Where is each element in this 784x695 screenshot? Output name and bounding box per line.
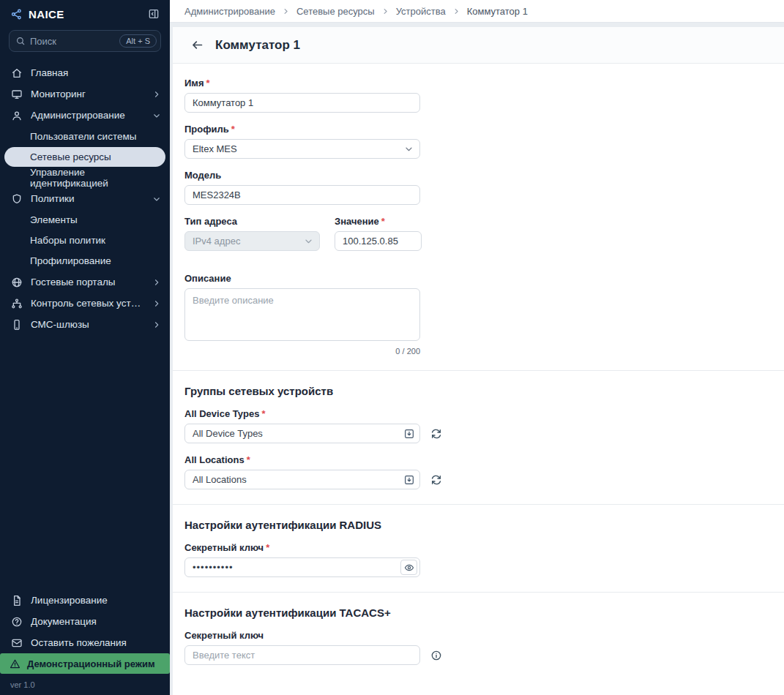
locations-field: All Locations * All Locations — [184, 454, 772, 489]
warning-icon — [10, 658, 20, 669]
description-counter: 0 / 200 — [184, 347, 420, 356]
version-label: ver 1.0 — [0, 674, 170, 695]
search-input[interactable] — [30, 36, 115, 47]
model-input[interactable] — [184, 185, 420, 205]
sidebar-item-label: Оставить пожелания — [31, 637, 127, 648]
locations-picker[interactable]: All Locations — [184, 470, 420, 489]
tacacs-section: Настройки аутентификации TACACS+ Секретн… — [173, 593, 784, 680]
sidebar-subitem-label: Пользователи системы — [30, 131, 136, 142]
device-groups-section: Группы сетевых устройств All Device Type… — [173, 371, 784, 505]
address-type-field: Тип адреса IPv4 адрес — [184, 216, 320, 251]
docs-icon — [10, 616, 23, 628]
sidebar-item-licensing[interactable]: Лицензирование — [0, 590, 170, 611]
sidebar-item-home[interactable]: Главная — [0, 62, 170, 83]
tacacs-secret-field: Секретный ключ — [184, 630, 772, 665]
collapse-sidebar-button[interactable] — [146, 7, 161, 21]
demo-mode-badge[interactable]: Демонстрационный режим — [0, 653, 170, 674]
eye-icon — [404, 563, 414, 573]
app-logo[interactable]: NAICE — [10, 8, 64, 20]
sidebar-item-administration[interactable]: Администрирование — [0, 105, 170, 126]
profile-select-value: Eltex MES — [193, 143, 237, 154]
label-text: Секретный ключ — [184, 542, 264, 553]
sidebar-item-policies[interactable]: Политики — [0, 188, 170, 209]
address-value-label: Значение * — [335, 216, 422, 227]
search-icon — [15, 36, 26, 46]
address-value-input[interactable] — [335, 231, 422, 251]
tacacs-heading: Настройки аутентификации TACACS+ — [184, 606, 772, 619]
locations-label: All Locations * — [184, 454, 772, 465]
sidebar-item-feedback[interactable]: Оставить пожелания — [0, 632, 170, 653]
home-icon — [10, 67, 23, 79]
locations-picker-value: All Locations — [193, 474, 247, 485]
sidebar-item-label: Главная — [31, 67, 68, 78]
chevron-right-icon — [152, 278, 161, 287]
radius-secret-label: Секретный ключ * — [184, 542, 772, 553]
chevron-right-icon — [452, 7, 460, 15]
sidebar-item-guest-portals[interactable]: Гостевые порталы — [0, 271, 170, 293]
profile-select[interactable]: Eltex MES — [184, 139, 420, 159]
name-field: Имя * — [184, 78, 772, 113]
sidebar-subitem-label: Элементы — [30, 214, 78, 225]
chevron-down-icon — [304, 236, 313, 246]
toggle-password-visibility-button[interactable] — [400, 560, 417, 575]
open-picker-icon[interactable] — [403, 474, 415, 486]
address-value-field: Значение * — [335, 216, 422, 262]
tacacs-secret-input[interactable] — [184, 645, 420, 665]
chevron-right-icon — [152, 299, 161, 308]
device-types-label: All Device Types * — [184, 408, 772, 419]
sidebar-item-policy-sets[interactable]: Наборы политик — [4, 230, 165, 250]
info-icon[interactable] — [430, 650, 442, 661]
chevron-down-icon — [404, 144, 414, 154]
sidebar-subitem-label: Наборы политик — [30, 235, 105, 246]
app-name: NAICE — [29, 8, 64, 20]
radius-secret-field: Секретный ключ * — [184, 542, 772, 577]
profile-label: Профиль * — [184, 124, 772, 135]
label-text: All Locations — [184, 454, 244, 465]
refresh-locations-button[interactable] — [430, 474, 442, 486]
required-mark: * — [381, 216, 385, 227]
sidebar-item-elements[interactable]: Элементы — [4, 210, 165, 230]
label-text: Секретный ключ — [184, 630, 264, 641]
required-mark: * — [247, 454, 250, 465]
chevron-down-icon — [152, 195, 161, 203]
content-card: Коммутатор 1 Имя * Профиль * — [173, 27, 784, 695]
refresh-device-types-button[interactable] — [430, 428, 442, 440]
breadcrumb-item[interactable]: Администрирование — [184, 6, 275, 17]
label-text: Тип адреса — [184, 216, 237, 227]
radius-secret-input[interactable] — [184, 557, 420, 577]
chevron-right-icon — [152, 90, 161, 99]
description-textarea[interactable] — [184, 288, 420, 341]
sidebar-item-identity-management[interactable]: Управление идентификацией — [4, 168, 165, 187]
address-type-select[interactable]: IPv4 адрес — [184, 231, 320, 251]
name-input[interactable] — [184, 93, 420, 113]
sidebar-item-sms-gateways[interactable]: СМС-шлюзы — [0, 314, 170, 335]
sidebar-item-profiling[interactable]: Профилирование — [4, 251, 165, 271]
sidebar: NAICE Alt + S Главная — [0, 0, 170, 695]
sidebar-item-label: Администрирование — [31, 110, 125, 121]
sidebar-item-label: Документация — [31, 616, 97, 627]
breadcrumb-item[interactable]: Сетевые ресурсы — [296, 6, 375, 17]
refresh-icon — [430, 428, 442, 440]
sidebar-item-network-resources[interactable]: Сетевые ресурсы — [4, 147, 165, 167]
search-box[interactable]: Alt + S — [9, 30, 161, 52]
sidebar-item-system-users[interactable]: Пользователи системы — [4, 127, 165, 146]
device-types-picker[interactable]: All Device Types — [184, 424, 420, 443]
sidebar-item-label: Мониторинг — [31, 89, 86, 99]
label-text: Описание — [184, 273, 231, 284]
breadcrumb: Администрирование Сетевые ресурсы Устрой… — [170, 0, 784, 23]
globe-icon — [10, 277, 23, 288]
sidebar-item-monitoring[interactable]: Мониторинг — [0, 83, 170, 105]
phone-icon — [10, 319, 23, 331]
open-picker-icon[interactable] — [403, 428, 415, 440]
radius-heading: Настройки аутентификации RADIUS — [184, 519, 772, 531]
profile-field: Профиль * Eltex MES — [184, 124, 772, 159]
required-mark: * — [206, 78, 210, 89]
back-button[interactable] — [189, 37, 206, 53]
sidebar-header: NAICE — [0, 0, 170, 24]
sidebar-item-device-control[interactable]: Контроль сетевых устро... — [0, 293, 170, 314]
breadcrumb-item[interactable]: Устройства — [396, 6, 446, 17]
sidebar-item-documentation[interactable]: Документация — [0, 611, 170, 632]
user-icon — [10, 110, 23, 121]
model-label: Модель — [184, 170, 772, 181]
description-field: Описание 0 / 200 — [184, 273, 772, 356]
